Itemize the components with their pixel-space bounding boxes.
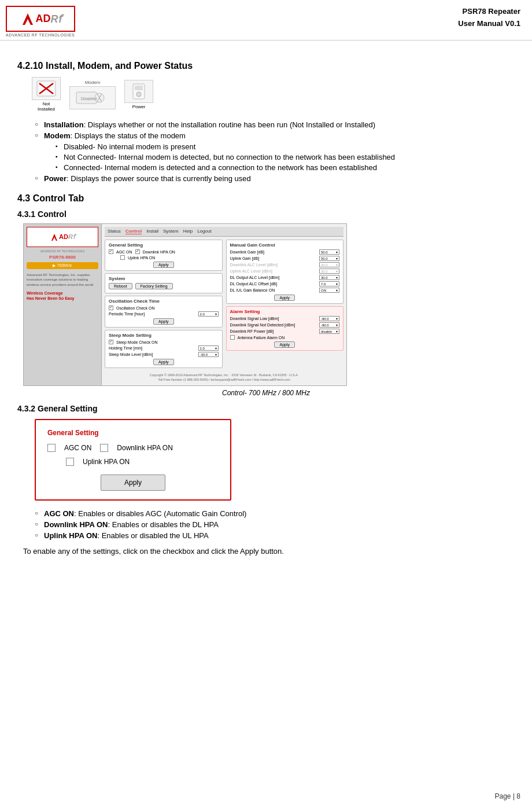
ctrl-ul-alc-select[interactable]: 30.0 ▾ [319,269,339,274]
ctrl-gain-balance-select[interactable]: ON ▾ [319,288,339,293]
ctrl-sleep-check-checkbox[interactable] [109,340,113,344]
ctrl-ul-gain-select[interactable]: 50.0 ▾ [319,256,339,261]
ctrl-dl-gain-arrow: ▾ [336,250,338,254]
ctrl-uplink-hpa-checkbox[interactable] [120,255,125,260]
nav-control: Control [125,229,142,234]
gen-uplink-checkbox[interactable] [66,458,74,466]
ctrl-ul-alc-label: Uplink ALC Level [dBm] [230,269,273,273]
main-content: 4.2.10 Install, Modem, and Power Status … [0,41,532,569]
ctrl-osc-check-row: Oscillation Check ON [109,306,219,310]
ctrl-dl-signal-low-select[interactable]: -90.0 ▾ [319,316,339,321]
not-installed-icon [32,77,61,100]
ctrl-gain-balance-value: ON [321,289,326,292]
ctrl-ul-gain-value: 50.0 [321,257,328,260]
ctrl-alarm-apply-btn[interactable]: Apply [274,341,295,348]
logo-subtext: ADVANCED RF TECHNOLOGIES [6,33,75,37]
ctrl-sleep-level-select[interactable]: -30.0 ▾ [198,352,219,357]
gen-uplink-label: Uplink HPA ON [83,458,130,466]
ctrl-sleep-apply-row: Apply [109,359,219,365]
ctrl-agc-row: AGC ON Downlink HPA ON [109,249,219,254]
scr-desc: Advanced RF Technologies, Inc. supplies … [27,273,98,287]
modem-sub-3: Connected- Internal modem is detected an… [56,163,515,172]
svg-point-12 [136,92,141,97]
control-right-col: Manual Gain Control Downlink Gain [dB] 5… [226,240,344,370]
svg-text:Disabled: Disabled [81,97,97,101]
ctrl-sleep-apply-btn[interactable]: Apply [153,359,174,365]
ctrl-dl-alc-select[interactable]: 30.0 ▾ [319,262,339,267]
ctrl-ul-gain-label: Uplink Gain [dB] [230,256,260,260]
ctrl-osc-apply-btn[interactable]: Apply [153,318,174,325]
ctrl-dl-out-alc-select[interactable]: 30.0 ▾ [319,275,339,280]
section-4-2-10-heading: 4.2.10 Install, Modem, and Power Status [17,61,515,71]
bullet-uplink-hpa: Uplink HPA ON: Enables or disabled the U… [35,531,515,540]
scr-adrf-subtitle: ADVANCED RF TECHNOLOGIES [27,249,98,253]
title-line1: PSR78 Repeater [458,6,520,18]
ctrl-osc-check-checkbox[interactable] [109,306,113,310]
agc-on-bold: AGC ON [44,509,74,518]
ctrl-system-title: System [109,276,219,281]
ctrl-dl-offset-row: DL Output ALC Offset [dB] 7.0 ▾ [230,281,340,286]
ctrl-holding-arrow: ▾ [215,346,217,350]
screenshot-main: Status Control Install System Help Logou… [102,224,346,385]
section-4-3-2-list: AGC ON: Enables or disables AGC (Automat… [35,509,515,540]
ctrl-dl-offset-arrow: ▾ [336,282,338,286]
ctrl-gain-balance-label: DL /UL Gain Balance ON [230,288,275,292]
ctrl-uplink-row: Uplink HPA ON [109,255,219,260]
modem-bold: Modem [44,131,71,140]
svg-rect-11 [135,86,143,90]
ctrl-factory-btn[interactable]: Factory Setting [135,283,173,289]
ctrl-dl-out-alc-label: DL Output ALC Level [dBm] [230,275,280,280]
ctrl-dl-gain-select[interactable]: 50.0 ▾ [319,249,339,255]
gen-downlink-checkbox[interactable] [100,444,108,452]
ctrl-dl-alc-value: 30.0 [321,263,328,267]
ctrl-holding-select[interactable]: 1.0 ▾ [198,345,219,351]
modem-sub-list: Disabled- No internal modem is present N… [56,142,515,172]
ctrl-dl-signal-nd-value: -90.0 [321,323,329,327]
ctrl-reboot-btn[interactable]: Reboot [109,283,132,289]
bullet-downlink-hpa: Downlink HPA ON: Enables or disables the… [35,520,515,529]
ctrl-sleep-check-row: Sleep Mode Check ON [109,340,219,344]
ctrl-periodic-label: Periodic Time [hour] [109,312,145,316]
ctrl-dl-signal-nd-select[interactable]: -90.0 ▾ [319,322,339,328]
gen-apply-btn[interactable]: Apply [101,475,165,491]
ctrl-antenna-failure-checkbox[interactable] [230,335,235,340]
ctrl-agc-checkbox[interactable] [109,249,113,254]
nav-system: System [163,229,179,234]
scr-banner2: Has Never Been So Easy [27,296,98,301]
ctrl-dl-signal-nd-label: Downlink Signal Not Detected [dBm] [230,323,295,327]
ctrl-sleep-level-label: Sleep Mode Level [dBm] [109,352,153,356]
ctrl-antenna-failure-row: Antenna Failure Alarm ON [230,335,340,340]
scr-logo-icon [50,233,59,242]
ctrl-sleep-level-value: -30.0 [200,353,208,356]
scr-band-btn: ▶ 700MHz [27,262,98,269]
ctrl-alarm: Alarm Setting Downlink Signal Low [dBm] … [226,306,344,351]
ctrl-dl-rf-power-select[interactable]: disable ▾ [319,329,339,334]
installation-bold: Installation [44,120,84,129]
ctrl-dl-signal-low-value: -90.0 [321,317,329,321]
ctrl-agc-label: AGC ON [116,250,132,254]
section-4-3-1-heading: 4.3.1 Control [17,209,515,219]
ctrl-downlink-hpa-checkbox[interactable] [135,249,140,254]
gen-agc-checkbox[interactable] [47,444,56,452]
ctrl-sleep-check-label: Sleep Mode Check ON [116,340,158,344]
ctrl-manual-gain: Manual Gain Control Downlink Gain [dB] 5… [226,240,344,304]
bullet-installation: Installation: Displays whether or not th… [35,120,515,129]
ctrl-gain-balance-row: DL /UL Gain Balance ON ON ▾ [230,288,340,293]
ctrl-dl-rf-power-arrow: ▾ [336,329,338,333]
ctrl-ul-gain-row: Uplink Gain [dB] 50.0 ▾ [230,256,340,261]
ctrl-general-apply-btn[interactable]: Apply [153,262,174,268]
scr-logo-text: ADRẝ [59,233,75,241]
ctrl-alarm-title: Alarm Setting [230,309,340,314]
not-installed-label: NotInstalled [38,101,55,112]
page-number: Page | 8 [495,792,520,800]
nav-install: Install [146,229,158,234]
scr-banner1: Wireless Coverage [27,290,98,296]
section-4-2-10-list: Installation: Displays whether or not th… [35,120,515,183]
ctrl-dl-offset-select[interactable]: 7.0 ▾ [319,281,339,286]
ctrl-periodic-select[interactable]: 2.0 ▾ [198,311,219,317]
logo-rf-text: Rẝ [51,13,62,25]
modem-sub-2: Not Connected- Internal modem is detecte… [56,153,515,161]
ctrl-manual-gain-apply-btn[interactable]: Apply [274,295,295,301]
ctrl-ul-alc-value: 30.0 [321,270,328,273]
section-4-3-2-heading: 4.3.2 General Setting [17,404,515,413]
